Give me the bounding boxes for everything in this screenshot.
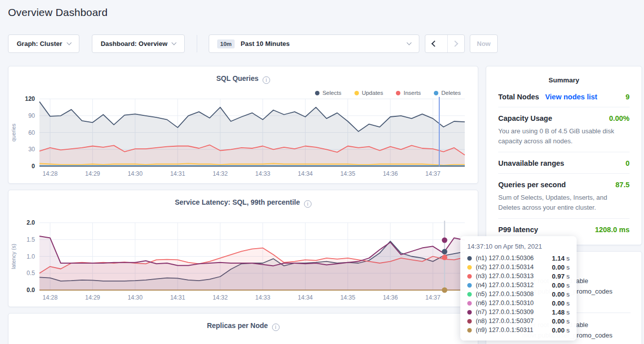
time-prev-button[interactable] bbox=[425, 35, 442, 52]
replicas-per-node-chart-title: Replicas per Node bbox=[207, 322, 268, 330]
tooltip-row: (n4) 127.0.0.1:503120.00 s bbox=[467, 281, 570, 290]
x-tick-label: 14:34 bbox=[298, 170, 313, 177]
y-tick-label: 1.5 bbox=[26, 236, 35, 243]
tooltip-row: (n5) 127.0.0.1:503080.00 s bbox=[467, 290, 570, 299]
view-nodes-list-link[interactable]: View nodes list bbox=[545, 93, 598, 101]
y-tick-label: 60 bbox=[28, 129, 35, 136]
node-latency-value: 0.00 s bbox=[552, 282, 570, 289]
x-tick-label: 14:29 bbox=[85, 170, 100, 177]
node-color-dot bbox=[467, 274, 472, 279]
node-address: (n1) 127.0.0.1:50306 bbox=[476, 255, 534, 262]
x-tick-label: 14:35 bbox=[340, 170, 355, 177]
info-icon[interactable]: i bbox=[263, 76, 270, 84]
chart-title-row: SQL Queriesi bbox=[8, 74, 478, 84]
tooltip-row: (n3) 127.0.0.1:503130.97 s bbox=[467, 272, 570, 281]
chevron-left-icon bbox=[432, 40, 438, 47]
dashboard-dropdown-label: Dashboard: Overview bbox=[101, 40, 168, 47]
info-icon[interactable]: i bbox=[272, 324, 280, 331]
service-latency-chart-title: Service Latency: SQL, 99th percentile bbox=[175, 198, 300, 206]
service-latency-chart[interactable]: 14:2814:2914:3014:3114:3214:3314:3414:35… bbox=[8, 220, 479, 305]
unavailable-ranges-label: Unavailable ranges bbox=[498, 159, 564, 167]
x-tick-label: 14:29 bbox=[85, 294, 100, 301]
node-address: (n5) 127.0.0.1:50308 bbox=[476, 291, 534, 298]
sql-queries-chart[interactable]: 14:2814:2914:3014:3114:3214:3314:3414:35… bbox=[8, 96, 479, 181]
node-address: (n4) 127.0.0.1:50312 bbox=[476, 282, 534, 289]
y-tick-label: 90 bbox=[28, 112, 35, 119]
y-tick-label: 0 bbox=[31, 163, 35, 170]
summary-section-unavailable-ranges: Unavailable ranges 0 bbox=[498, 152, 630, 173]
node-latency-unit: s bbox=[565, 255, 570, 262]
tooltip-row: (n2) 127.0.0.1:503140.00 s bbox=[467, 263, 570, 272]
node-address: (n8) 127.0.0.1:50307 bbox=[476, 318, 534, 325]
node-latency-unit: s bbox=[565, 327, 570, 334]
legend-label: Updates bbox=[362, 90, 383, 96]
page-title: Overview Dashboard bbox=[8, 6, 108, 18]
sql-queries-chart-title: SQL Queries bbox=[216, 74, 259, 82]
node-color-dot bbox=[467, 301, 472, 306]
tooltip-row: (n8) 127.0.0.1:503070.00 s bbox=[467, 317, 570, 326]
crosshair-marker bbox=[442, 255, 447, 260]
node-latency-unit: s bbox=[565, 291, 570, 298]
summary-panel: Summary Total Nodes View nodes list 9 Ca… bbox=[486, 66, 642, 245]
x-tick-label: 14:33 bbox=[255, 294, 270, 301]
unavailable-ranges-value: 0 bbox=[626, 159, 630, 167]
summary-section-queries-per-second: Queries per second 87.5 Sum of Selects, … bbox=[498, 173, 630, 218]
x-tick-label: 14:33 bbox=[255, 170, 270, 177]
node-address: (n2) 127.0.0.1:50314 bbox=[476, 264, 534, 271]
y-tick-label: 0.0 bbox=[26, 287, 35, 294]
x-tick-label: 14:32 bbox=[213, 170, 228, 177]
node-latency-unit: s bbox=[565, 282, 570, 289]
x-tick-label: 14:34 bbox=[298, 294, 313, 301]
info-icon[interactable]: i bbox=[304, 200, 312, 208]
node-address: (n9) 127.0.0.1:50311 bbox=[476, 327, 533, 334]
node-latency-unit: s bbox=[565, 318, 570, 325]
y-tick-label: 0.5 bbox=[26, 270, 35, 277]
time-next-button[interactable] bbox=[447, 35, 464, 52]
x-tick-label: 14:30 bbox=[128, 170, 143, 177]
legend-label: Deletes bbox=[441, 90, 461, 96]
x-tick-label: 14:28 bbox=[42, 170, 57, 177]
legend-dot bbox=[396, 91, 400, 95]
capacity-usage-label: Capacity Usage bbox=[498, 114, 552, 122]
chevron-down-icon bbox=[172, 40, 177, 45]
tooltip-row: (n6) 127.0.0.1:503100.00 s bbox=[467, 299, 570, 308]
time-range-select[interactable]: 10m Past 10 Minutes bbox=[209, 34, 419, 53]
node-latency-value: 1.14 s bbox=[552, 255, 570, 262]
dashboard-dropdown[interactable]: Dashboard: Overview bbox=[92, 34, 185, 53]
node-address: (n7) 127.0.0.1:50309 bbox=[476, 309, 534, 316]
legend-item-selects[interactable]: Selects bbox=[315, 90, 341, 96]
tooltip-timestamp: 14:37:10 on Apr 5th, 2021 bbox=[467, 243, 570, 250]
legend-dot bbox=[434, 91, 438, 95]
p99-latency-value: 1208.0 ms bbox=[595, 226, 630, 234]
tooltip-row: (n1) 127.0.0.1:503061.14 s bbox=[467, 254, 570, 263]
legend-dot bbox=[354, 91, 359, 95]
tooltip-rows: (n1) 127.0.0.1:503061.14 s(n2) 127.0.0.1… bbox=[467, 254, 570, 335]
node-color-dot bbox=[467, 319, 472, 324]
x-tick-label: 14:36 bbox=[383, 294, 398, 301]
x-tick-label: 14:31 bbox=[170, 170, 185, 177]
y-tick-label: 120 bbox=[25, 95, 35, 102]
x-tick-label: 14:37 bbox=[425, 294, 440, 301]
chart-hover-tooltip: 14:37:10 on Apr 5th, 2021 (n1) 127.0.0.1… bbox=[460, 236, 577, 341]
chevron-right-icon bbox=[452, 40, 458, 47]
summary-section-total-nodes: Total Nodes View nodes list 9 bbox=[498, 86, 630, 107]
summary-section-capacity-usage: Capacity Usage 0.00% You are using 0 B o… bbox=[498, 107, 630, 152]
x-tick-label: 14:31 bbox=[170, 294, 185, 301]
node-latency-unit: s bbox=[565, 264, 570, 271]
queries-per-second-description: Sum of Selects, Updates, Inserts, and De… bbox=[498, 193, 630, 212]
legend-label: Selects bbox=[322, 90, 341, 96]
x-tick-label: 14:37 bbox=[425, 170, 440, 177]
chevron-down-icon bbox=[407, 40, 412, 45]
node-color-dot bbox=[467, 310, 472, 315]
y-tick-label: 30 bbox=[28, 146, 35, 153]
legend-item-deletes[interactable]: Deletes bbox=[434, 90, 461, 96]
graph-dropdown[interactable]: Graph: Cluster bbox=[8, 34, 79, 53]
now-button[interactable]: Now bbox=[470, 34, 498, 53]
summary-body: Total Nodes View nodes list 9 Capacity U… bbox=[486, 86, 642, 240]
queries-per-second-label: Queries per second bbox=[498, 181, 566, 189]
tooltip-row: (n9) 127.0.0.1:503110.00 s bbox=[467, 326, 570, 335]
legend-item-updates[interactable]: Updates bbox=[354, 90, 383, 96]
legend-item-inserts[interactable]: Inserts bbox=[396, 90, 421, 96]
node-latency-value: 0.00 s bbox=[552, 300, 570, 307]
node-latency-unit: s bbox=[565, 273, 570, 280]
